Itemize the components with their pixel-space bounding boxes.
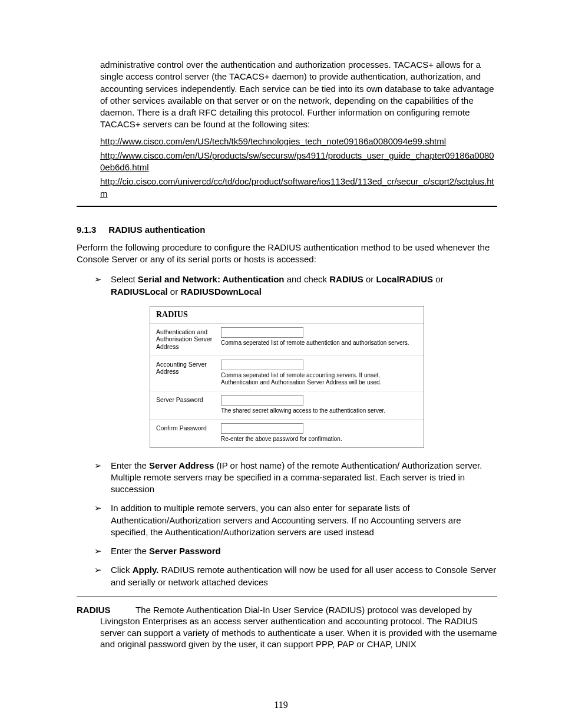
- auth-server-input[interactable]: [221, 327, 303, 338]
- definition-line1: The Remote Authentication Dial-In User S…: [135, 604, 497, 616]
- bullet-multiple-servers: ➢ In addition to multiple remote servers…: [94, 502, 497, 538]
- acct-server-input[interactable]: [221, 360, 303, 370]
- bullet-server-password: ➢ Enter the Server Password: [94, 545, 497, 557]
- bullet-list-2: ➢ Enter the Server Address (IP or host n…: [94, 460, 497, 588]
- definition-block: RADIUS The Remote Authentication Dial-In…: [77, 604, 497, 650]
- radius-form-header: RADIUS: [150, 307, 424, 324]
- bullet-list-1: ➢ Select Serial and Network: Authenticat…: [94, 274, 497, 298]
- arrow-icon: ➢: [94, 460, 102, 472]
- confirm-password-input[interactable]: [221, 423, 303, 434]
- definition-rest: Livingston Enterprises as an access serv…: [100, 615, 497, 650]
- link-cisco-1[interactable]: http://www.cisco.com/en/US/tech/tk59/tec…: [100, 136, 497, 147]
- intro-paragraph: administrative control over the authenti…: [100, 59, 497, 131]
- radius-label-acct: Accounting Server Address: [156, 360, 221, 375]
- section-number: 9.1.3: [77, 225, 106, 235]
- definition-term: RADIUS: [77, 604, 135, 616]
- section-divider: [77, 206, 497, 207]
- radius-row-auth: Authentication and Authorisation Server …: [150, 324, 424, 356]
- section-heading: 9.1.3 RADIUS authentication: [77, 225, 497, 235]
- radius-row-confirm: Confirm Password Re-enter the above pass…: [150, 420, 424, 447]
- radius-label-pw: Server Password: [156, 395, 221, 404]
- bullet-server-address: ➢ Enter the Server Address (IP or host n…: [94, 460, 497, 496]
- radius-form: RADIUS Authentication and Authorisation …: [150, 306, 424, 448]
- section-intro: Perform the following procedure to confi…: [77, 242, 497, 266]
- section-title: RADIUS authentication: [108, 225, 205, 235]
- arrow-icon: ➢: [94, 545, 102, 557]
- acct-server-hint: Comma seperated list of remote accountin…: [221, 372, 418, 386]
- bullet-select: ➢ Select Serial and Network: Authenticat…: [94, 274, 497, 298]
- auth-server-hint: Comma seperated list of remote authentic…: [221, 340, 418, 347]
- arrow-icon: ➢: [94, 502, 102, 514]
- server-password-input[interactable]: [221, 395, 303, 406]
- page-number: 119: [0, 700, 562, 710]
- bullet-apply: ➢ Click Apply. RADIUS remote authenticat…: [94, 564, 497, 588]
- link-cisco-2[interactable]: http://www.cisco.com/en/US/products/sw/s…: [100, 150, 497, 174]
- definition-divider: [77, 597, 497, 597]
- arrow-icon: ➢: [94, 274, 102, 285]
- link-cisco-3[interactable]: http://cio.cisco.com/univercd/cc/td/doc/…: [100, 176, 497, 200]
- radius-row-pw: Server Password The shared secret allowi…: [150, 391, 424, 420]
- radius-label-auth: Authentication and Authorisation Server …: [156, 327, 221, 351]
- arrow-icon: ➢: [94, 564, 102, 576]
- server-password-hint: The shared secret allowing access to the…: [221, 407, 418, 414]
- radius-label-confirm: Confirm Password: [156, 423, 221, 432]
- radius-row-acct: Accounting Server Address Comma seperate…: [150, 356, 424, 391]
- confirm-password-hint: Re-enter the above password for confirma…: [221, 436, 418, 443]
